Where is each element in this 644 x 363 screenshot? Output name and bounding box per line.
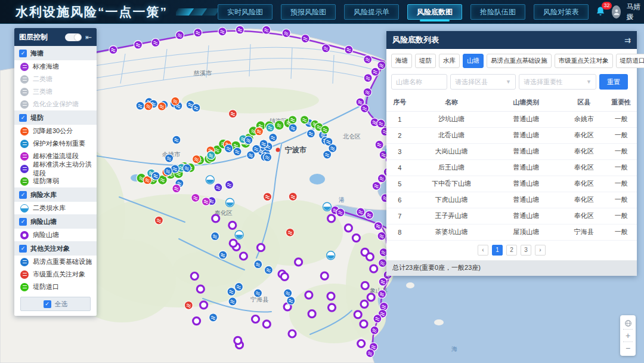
column-header-名称: 名称 bbox=[413, 94, 490, 111]
nav-button-实时风险图[interactable]: 实时风险图 bbox=[218, 4, 273, 20]
group-checkbox[interactable]: ✓ bbox=[19, 218, 27, 226]
top-bar: 水利设施风险“一点一策” 实时风险图预报风险图风险提示单风险底数图抢险队伍图风险… bbox=[0, 0, 644, 24]
table-cell: 普通山塘 bbox=[490, 143, 562, 159]
layer-item-label: 病险山塘 bbox=[33, 230, 59, 239]
page-prev[interactable]: ‹ bbox=[478, 245, 488, 256]
nav-button-风险提示单[interactable]: 风险提示单 bbox=[344, 4, 399, 20]
user-icon bbox=[612, 8, 621, 16]
layer-item-市级重点关注对象[interactable]: 市级重点关注对象 bbox=[14, 268, 97, 281]
tab-堤防[interactable]: 堤防 bbox=[415, 54, 436, 68]
nav-button-预报风险图[interactable]: 预报风险图 bbox=[281, 4, 336, 20]
globe-icon bbox=[624, 319, 632, 327]
layer-toggle-switch[interactable] bbox=[65, 33, 82, 41]
layer-item-沉降超30公分[interactable]: 沉降超30公分 bbox=[14, 125, 97, 137]
zoom-in-button[interactable]: + bbox=[621, 330, 634, 342]
table-body: 1沙坑山塘普通山塘余姚市一般2北岙山塘普通山塘奉化区一般3大岗山山塘普通山塘奉化… bbox=[386, 111, 637, 240]
layer-item-标准海塘[interactable]: 标准海塘 bbox=[14, 60, 97, 73]
layer-group-label: 堤防 bbox=[30, 113, 44, 122]
map-label-慈溪市: 慈溪市 bbox=[193, 70, 212, 76]
user-name: 马婧媛 bbox=[626, 2, 641, 22]
tab-堤防道口[interactable]: 堤防道口 bbox=[616, 54, 644, 68]
district-select-placeholder: 请选择区县 bbox=[455, 78, 488, 87]
page-next[interactable]: › bbox=[535, 245, 546, 256]
layer-item-危化企业保护塘[interactable]: 危化企业保护塘 bbox=[14, 98, 97, 110]
layer-group-label: 病险山塘 bbox=[30, 217, 57, 226]
avatar[interactable] bbox=[612, 5, 621, 19]
layer-item-label: 三类塘 bbox=[33, 87, 52, 96]
reset-button[interactable]: 重置 bbox=[599, 74, 628, 90]
table-cell: 后王山塘 bbox=[413, 159, 490, 176]
table-row[interactable]: 4后王山塘普通山塘奉化区一般 bbox=[386, 159, 637, 176]
table-row[interactable]: 7王子弄山塘普通山塘奉化区一般 bbox=[386, 208, 637, 224]
table-cell: 7 bbox=[386, 208, 413, 224]
table-row[interactable]: 2北岙山塘普通山塘奉化区一般 bbox=[386, 127, 637, 143]
group-checkbox[interactable]: ✓ bbox=[19, 114, 27, 122]
table-cell: 茶婆坑山塘 bbox=[413, 224, 490, 240]
nav-button-风险对策表[interactable]: 风险对策表 bbox=[534, 4, 589, 20]
map-label-港: 港 bbox=[339, 196, 345, 203]
select-all-label: 全选 bbox=[55, 300, 68, 309]
layer-item-堤防道口[interactable]: 堤防道口 bbox=[14, 281, 97, 293]
page-2[interactable]: 2 bbox=[506, 245, 517, 256]
layer-group-病险水库[interactable]: ✓病险水库 bbox=[14, 187, 97, 202]
group-checkbox[interactable]: ✓ bbox=[19, 245, 27, 253]
pond-name-input[interactable] bbox=[391, 74, 447, 90]
tab-海塘[interactable]: 海塘 bbox=[391, 54, 412, 68]
group-checkbox[interactable]: ✓ bbox=[19, 191, 27, 199]
table-cell: 一般 bbox=[605, 208, 637, 224]
layer-panel-header: 图层控制 ⇤ bbox=[14, 28, 97, 46]
table-row[interactable]: 6下虎山山塘普通山塘奉化区一般 bbox=[386, 192, 637, 208]
zoom-out-button[interactable]: − bbox=[621, 342, 634, 354]
page-3[interactable]: 3 bbox=[521, 245, 531, 256]
layer-group-堤防[interactable]: ✓堤防 bbox=[14, 110, 97, 125]
nav-button-风险底数图[interactable]: 风险底数图 bbox=[407, 4, 462, 20]
layer-collapse-icon[interactable]: ⇤ bbox=[85, 33, 92, 41]
select-all-checkbox[interactable]: ✓ bbox=[44, 300, 51, 308]
pagination: ‹123› bbox=[386, 241, 637, 260]
layer-item-label: 市级重点关注对象 bbox=[33, 270, 85, 279]
layer-item-保护对象特别重要[interactable]: 保护对象特别重要 bbox=[14, 137, 97, 150]
nav-button-抢险队伍图[interactable]: 抢险队伍图 bbox=[470, 4, 525, 20]
notifications-button[interactable]: 32 bbox=[595, 5, 606, 19]
table-cell: 一般 bbox=[605, 111, 637, 127]
table-row[interactable]: 3大岗山山塘普通山塘奉化区一般 bbox=[386, 143, 637, 159]
layer-item-label: 堤防道口 bbox=[33, 282, 59, 291]
notification-badge: 32 bbox=[602, 2, 612, 10]
table-cell: 奉化区 bbox=[562, 208, 606, 224]
select-all-button[interactable]: ✓ 全选 bbox=[20, 297, 91, 311]
layer-item-三类塘[interactable]: 三类塘 bbox=[14, 85, 97, 98]
importance-select[interactable]: 请选择重要性 ▼ bbox=[519, 74, 596, 90]
lake bbox=[309, 174, 325, 184]
layer-item-超标准洪水主动分洪堤段[interactable]: 超标准洪水主动分洪堤段 bbox=[14, 162, 97, 175]
layer-item-易涝点重要基础设施[interactable]: 易涝点重要基础设施 bbox=[14, 256, 97, 268]
table-cell: 下虎山山塘 bbox=[413, 192, 490, 208]
table-cell: 普通山塘 bbox=[490, 159, 562, 176]
tab-易涝点重点基础设施[interactable]: 易涝点重点基础设施 bbox=[487, 54, 552, 68]
page-1[interactable]: 1 bbox=[492, 245, 503, 256]
risk-panel-collapse-icon[interactable]: ⇉ bbox=[624, 36, 631, 45]
layer-group-海塘[interactable]: ✓海塘 bbox=[14, 46, 97, 60]
table-row[interactable]: 1沙坑山塘普通山塘余姚市一般 bbox=[386, 111, 637, 127]
chevron-down-icon: ▼ bbox=[506, 79, 511, 85]
layer-item-病险山塘[interactable]: 病险山塘 bbox=[14, 229, 97, 241]
district-select[interactable]: 请选择区县 ▼ bbox=[450, 74, 516, 90]
layer-item-label: 二类坝水库 bbox=[33, 204, 66, 213]
group-checkbox[interactable]: ✓ bbox=[19, 50, 27, 57]
tab-水库[interactable]: 水库 bbox=[439, 54, 460, 68]
map-label-宁波市: 宁波市 bbox=[284, 146, 306, 154]
layer-group-其他关注对象[interactable]: ✓其他关注对象 bbox=[14, 241, 97, 256]
city-dot bbox=[276, 148, 280, 152]
table-cell: 一般 bbox=[605, 143, 637, 159]
tab-山塘[interactable]: 山塘 bbox=[463, 54, 484, 68]
layer-item-label: 保护对象特别重要 bbox=[33, 139, 85, 148]
layer-item-二类坝水库[interactable]: 二类坝水库 bbox=[14, 202, 97, 214]
table-row[interactable]: 5下中岙下山塘普通山塘奉化区一般 bbox=[386, 176, 637, 192]
tab-市级重点关注对象[interactable]: 市级重点关注对象 bbox=[555, 54, 613, 68]
layer-item-二类塘[interactable]: 二类塘 bbox=[14, 73, 97, 85]
layers-globe-button[interactable] bbox=[621, 317, 634, 329]
layer-panel-title: 图层控制 bbox=[19, 32, 61, 42]
table-row[interactable]: 8茶婆坑山塘屋顶山塘宁海县一般 bbox=[386, 224, 637, 240]
table-header-row: 序号名称山塘类别区县重要性 bbox=[386, 94, 637, 111]
app: 慈溪市余姚市镇海区北仑区奉化区宁海县象山县港海宁波市 水利设施风险“一点一策” … bbox=[0, 0, 644, 363]
layer-group-病险山塘[interactable]: ✓病险山塘 bbox=[14, 214, 97, 229]
